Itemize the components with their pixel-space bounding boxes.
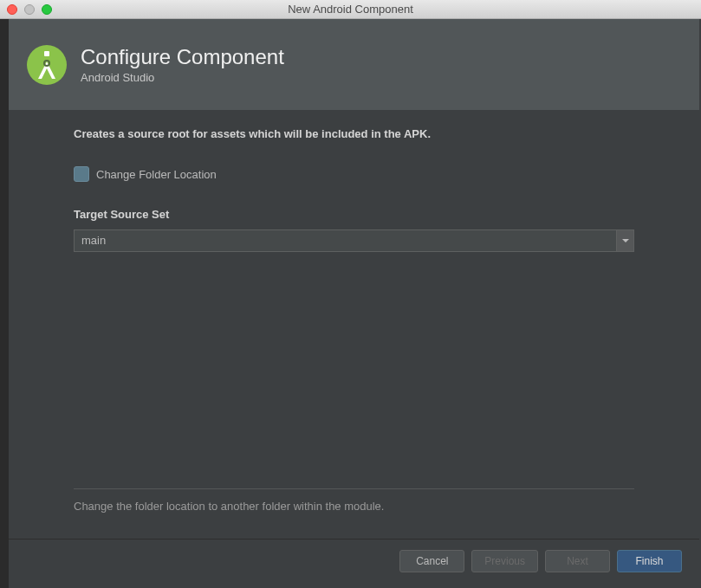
window-controls (0, 4, 52, 15)
previous-button: Previous (471, 550, 538, 572)
titlebar: New Android Component (0, 0, 701, 19)
target-source-set-value: main (75, 230, 616, 251)
cancel-button[interactable]: Cancel (399, 550, 464, 572)
close-icon[interactable] (7, 4, 17, 15)
dialog-content: Creates a source root for assets which w… (9, 110, 699, 539)
svg-rect-1 (44, 51, 49, 56)
dialog-footer: Cancel Previous Next Finish (9, 539, 699, 586)
dropdown-toggle[interactable] (616, 230, 633, 251)
minimize-icon (24, 4, 35, 15)
target-source-set-label: Target Source Set (74, 208, 634, 221)
dialog-title: Configure Component (81, 45, 284, 69)
chevron-down-icon (622, 239, 629, 242)
description-text: Creates a source root for assets which w… (74, 127, 634, 140)
change-folder-location-row: Change Folder Location (74, 166, 634, 182)
android-studio-icon (26, 44, 68, 86)
header-text-group: Configure Component Android Studio (81, 45, 284, 84)
dialog: Configure Component Android Studio Creat… (9, 19, 699, 586)
dialog-header: Configure Component Android Studio (9, 19, 699, 110)
next-button: Next (545, 550, 610, 572)
dialog-subtitle: Android Studio (81, 71, 284, 84)
change-folder-location-checkbox[interactable] (74, 166, 89, 182)
separator (74, 488, 634, 489)
window-title: New Android Component (0, 3, 701, 16)
content-spacer (74, 252, 634, 488)
maximize-icon[interactable] (42, 4, 52, 15)
hint-text: Change the folder location to another fo… (74, 500, 634, 513)
background-shadow (0, 19, 9, 588)
target-source-set-dropdown[interactable]: main (74, 229, 634, 252)
change-folder-location-label: Change Folder Location (96, 168, 217, 181)
finish-button[interactable]: Finish (617, 550, 682, 572)
